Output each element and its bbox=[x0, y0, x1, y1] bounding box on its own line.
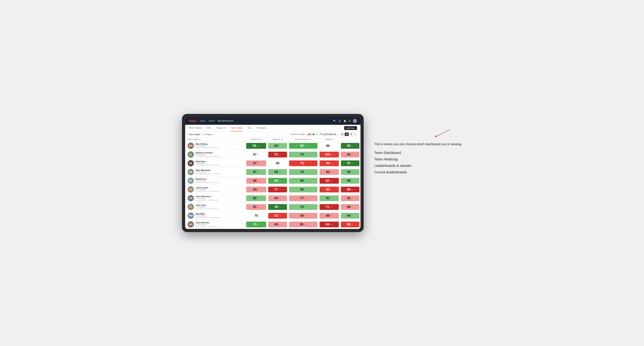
score-change: 5▲ bbox=[351, 163, 353, 164]
nav-link-myperformance[interactable]: My Performance bbox=[218, 119, 233, 123]
score-box: 897▲ bbox=[268, 178, 287, 184]
table-row[interactable]: CQCharlie Quick ✓6-10 HandicapSt. George… bbox=[185, 185, 360, 194]
player-name: Blair McHarg bbox=[196, 143, 222, 145]
score-number: 74 bbox=[253, 223, 256, 226]
avatar: EE bbox=[188, 160, 194, 166]
score-box: 871▲ bbox=[246, 152, 266, 158]
add-team-button[interactable]: Add Team bbox=[344, 126, 357, 130]
score-change: +4▲ bbox=[257, 145, 260, 147]
subnav-pgat[interactable]: PGAT Players bbox=[189, 125, 202, 131]
grid-view-button[interactable]: ⊞ bbox=[340, 133, 344, 136]
player-cell[interactable]: ECEdward Crossman1-5 HandicapSunningdale… bbox=[185, 150, 245, 159]
heatmap-view-button[interactable]: ▦ bbox=[344, 133, 349, 136]
export-button[interactable]: ↓ bbox=[354, 133, 357, 136]
person-icon[interactable]: 👤 bbox=[338, 120, 341, 122]
last-rounds-button[interactable]: 📅 Last Rounds: 20 bbox=[319, 133, 338, 136]
player-cell[interactable]: CRChris Robertson ✓1-5 HandicapCraigmill… bbox=[185, 194, 245, 203]
player-handicap: Plus Handicap bbox=[196, 180, 222, 182]
table-row[interactable]: EEElliot Ebert1-5 HandicapSunningdale Go… bbox=[185, 159, 360, 168]
score-box: 836▼ bbox=[320, 187, 338, 192]
player-cell[interactable]: DBDave Billingham1-5 HandicapGog Magog G… bbox=[185, 168, 245, 176]
player-cell[interactable]: EEElliot Ebert1-5 HandicapSunningdale Go… bbox=[185, 159, 245, 168]
bell-icon[interactable]: 🔔 bbox=[343, 120, 346, 122]
score-number: 88 bbox=[326, 214, 330, 218]
table-row[interactable]: DFDavid Ford ✓Plus HandicapRoyal North D… bbox=[185, 176, 360, 185]
annotation-intro: This is where you can choose which dashb… bbox=[374, 142, 462, 147]
table-row[interactable]: CRChris Robertson ✓1-5 HandicapCraigmill… bbox=[185, 194, 360, 203]
annotation-item-heatmap: Team Heatmap bbox=[374, 157, 462, 161]
score-cell-off_tee: 88 bbox=[267, 159, 288, 168]
avatar[interactable]: U bbox=[353, 119, 357, 123]
score-cell-quality: 874▲ bbox=[245, 168, 268, 176]
score-box: 975▲ bbox=[341, 161, 360, 166]
score-change: 2▼ bbox=[330, 215, 332, 216]
avatar: BM bbox=[188, 143, 194, 149]
score-cell-approach: 584▲ bbox=[288, 211, 319, 220]
score-box: 941▲ bbox=[341, 169, 360, 175]
table-row[interactable]: DBDave Billingham1-5 HandicapGog Magog G… bbox=[185, 168, 360, 176]
score-cell-around_green: 866▼ bbox=[318, 159, 340, 168]
subnav-pga[interactable]: PGA bbox=[207, 125, 212, 131]
player-info-cell: CQCharlie Quick ✓6-10 HandicapSt. George… bbox=[185, 185, 245, 194]
col-header-aroundgreen[interactable]: Around the Green ▼ bbox=[288, 137, 319, 142]
score-change: 1▲ bbox=[304, 171, 306, 173]
score-box: 868▼ bbox=[341, 187, 360, 192]
score-cell-putting: 892▼ bbox=[340, 203, 360, 211]
score-box: 88 bbox=[268, 160, 287, 166]
nav-logo[interactable]: clippd bbox=[189, 119, 196, 123]
player-cell[interactable]: DFDavid Ford ✓Plus HandicapRoyal North D… bbox=[185, 176, 245, 185]
score-cell-approach: 773▼ bbox=[288, 194, 319, 203]
score-number: 82 bbox=[253, 196, 256, 200]
score-box: 853▼ bbox=[246, 178, 266, 184]
col-header-offtee[interactable]: Off the Tee ▼ bbox=[245, 137, 268, 142]
score-box: 741▲ bbox=[289, 169, 318, 175]
score-number: 82 bbox=[274, 170, 278, 174]
table-row[interactable]: JCJosh Coles1-5 HandicapRoyal North Devo… bbox=[185, 203, 360, 211]
score-cell-around_green: 10315▲ bbox=[318, 150, 340, 159]
list-view-button[interactable]: ☰ bbox=[349, 133, 353, 136]
subnav-teamclippd[interactable]: Team Clippd bbox=[230, 125, 243, 131]
col-header-putting[interactable]: Putting ▼ bbox=[318, 137, 340, 142]
player-cell[interactable]: JCJosh Coles1-5 HandicapRoyal North Devo… bbox=[185, 203, 245, 211]
subnav-hcaps[interactable]: Hcaps 1-5 bbox=[216, 125, 226, 131]
score-number: 83 bbox=[253, 188, 256, 191]
score-number: 87 bbox=[253, 153, 256, 156]
nav-bar: clippd Home Teams My Performance 🔍 👤 🔔 ⚙… bbox=[185, 117, 360, 125]
player-name: Matt Miller bbox=[196, 213, 220, 215]
table-row[interactable]: BMBlair McHargPlus HandicapRoyal North D… bbox=[185, 142, 360, 150]
color-bar bbox=[308, 134, 314, 135]
score-number: 86 bbox=[347, 188, 350, 191]
edit-icon[interactable]: ✏ bbox=[214, 133, 215, 135]
score-box: 854▼ bbox=[341, 222, 360, 227]
player-details: Aaron Nicholls11-15 HandicapDrift Golf C… bbox=[196, 222, 218, 227]
table-row[interactable]: ANAaron Nicholls11-15 HandicapDrift Golf… bbox=[185, 220, 360, 229]
score-box: 748▲ bbox=[246, 222, 266, 227]
player-cell[interactable]: CQCharlie Quick ✓6-10 HandicapSt. George… bbox=[185, 185, 245, 194]
subnav-allplayers[interactable]: All Players bbox=[256, 125, 267, 131]
avatar: EC bbox=[188, 151, 194, 158]
settings-icon[interactable]: ⚙ bbox=[348, 120, 351, 122]
score-box: 7714▼ bbox=[268, 187, 287, 192]
plus-value: +5 bbox=[315, 133, 317, 135]
player-info-cell: ANAaron Nicholls11-15 HandicapDrift Golf… bbox=[185, 220, 245, 229]
player-name: Dave Billingham bbox=[196, 169, 222, 171]
score-cell-putting: 959▲ bbox=[340, 142, 360, 150]
score-cell-approach: 5810▲ bbox=[288, 220, 319, 229]
score-change: 3▼ bbox=[257, 163, 259, 164]
player-cell[interactable]: MMMatt Miller6-10 HandicapWoburn Golf Cl… bbox=[185, 211, 245, 220]
nav-link-teams[interactable]: Teams bbox=[208, 119, 215, 123]
nav-link-home[interactable]: Home bbox=[200, 119, 206, 123]
score-change: 3▲ bbox=[351, 215, 353, 216]
player-cell[interactable]: ANAaron Nicholls11-15 HandicapDrift Golf… bbox=[185, 220, 245, 229]
nav-links: Home Teams My Performance bbox=[200, 119, 330, 123]
score-cell-off_tee: 601▼ bbox=[267, 220, 288, 229]
player-cell[interactable]: BMBlair McHargPlus HandicapRoyal North D… bbox=[185, 142, 245, 150]
col-header-approach[interactable]: Approach ▼ bbox=[267, 137, 288, 142]
subnav-tour[interactable]: Tour bbox=[247, 125, 252, 131]
table-row[interactable]: MMMatt Miller6-10 HandicapWoburn Golf Cl… bbox=[185, 211, 360, 220]
player-info-cell: CRChris Robertson ✓1-5 HandicapCraigmill… bbox=[185, 194, 245, 202]
table-row[interactable]: ECEdward Crossman1-5 HandicapSunningdale… bbox=[185, 150, 360, 159]
avatar: MM bbox=[188, 212, 194, 219]
col-header-player[interactable]: Player Quality ▼ bbox=[185, 137, 245, 142]
search-icon[interactable]: 🔍 bbox=[333, 120, 336, 122]
